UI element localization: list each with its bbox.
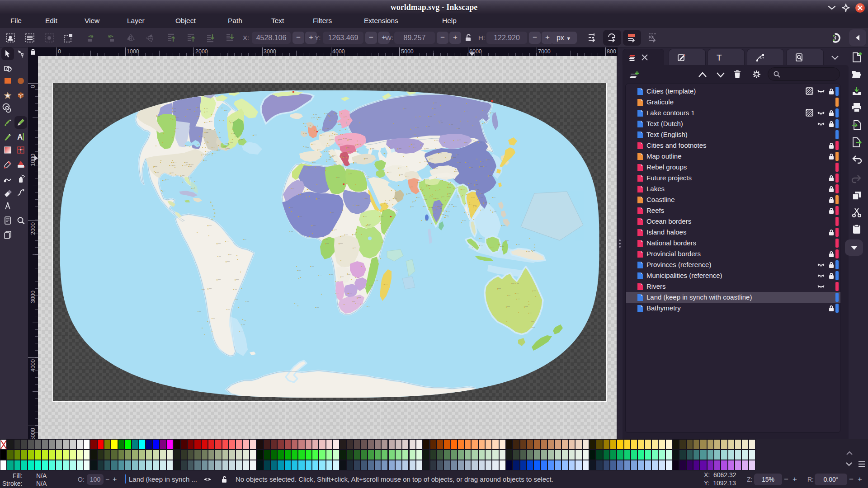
svg-text:A: A — [17, 133, 23, 141]
